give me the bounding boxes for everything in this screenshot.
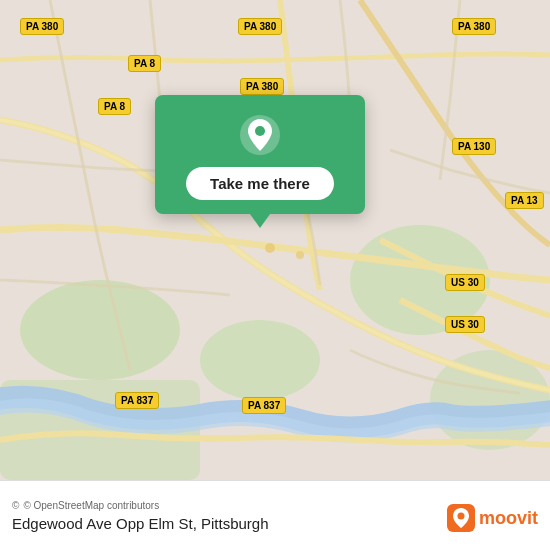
copyright-label: © OpenStreetMap contributors	[23, 500, 159, 511]
route-label-us30-r1: US 30	[445, 274, 485, 291]
svg-point-6	[265, 243, 275, 253]
copyright-symbol: ©	[12, 500, 19, 511]
take-me-there-button[interactable]: Take me there	[186, 167, 334, 200]
route-label-pa837-bl: PA 837	[115, 392, 159, 409]
route-label-pa837-bc: PA 837	[242, 397, 286, 414]
route-label-pa8-cm: PA 8	[98, 98, 131, 115]
moovit-text: moovit	[479, 508, 538, 529]
svg-point-2	[200, 320, 320, 400]
route-label-pa380-tl: PA 380	[20, 18, 64, 35]
location-pin-icon	[238, 113, 282, 157]
route-label-pa13-rr: PA 13	[505, 192, 544, 209]
svg-point-11	[457, 513, 464, 520]
route-label-pa380-tc: PA 380	[238, 18, 282, 35]
route-label-pa380-tr: PA 380	[452, 18, 496, 35]
route-label-us30-r2: US 30	[445, 316, 485, 333]
route-label-pa8-tl: PA 8	[128, 55, 161, 72]
svg-point-9	[255, 126, 265, 136]
footer: © © OpenStreetMap contributors Edgewood …	[0, 480, 550, 550]
moovit-pin-icon	[447, 504, 475, 532]
moovit-logo: moovit	[447, 504, 538, 532]
svg-point-7	[296, 251, 304, 259]
map-popup: Take me there	[155, 95, 365, 214]
map-container: PA 380 PA 8 PA 380 PA 380 PA 380 PA 8 PA…	[0, 0, 550, 480]
svg-point-1	[20, 280, 180, 380]
route-label-pa380-cm: PA 380	[240, 78, 284, 95]
route-label-pa130-r: PA 130	[452, 138, 496, 155]
